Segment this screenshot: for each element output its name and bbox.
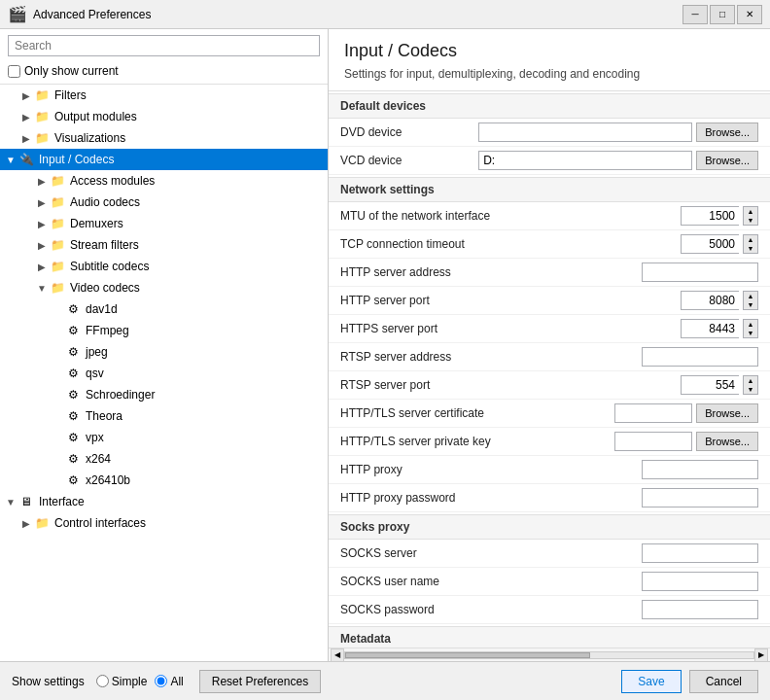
expand-arrow: ▶ bbox=[35, 197, 49, 208]
http-tls-key-browse-button[interactable]: Browse... bbox=[696, 432, 758, 451]
tcp-spinbox-down[interactable]: ▼ bbox=[744, 244, 757, 253]
tree-item-vpx[interactable]: ⚙ vpx bbox=[0, 427, 328, 448]
tree-item-stream-filters[interactable]: ▶ 📁 Stream filters bbox=[0, 234, 328, 256]
radio-simple[interactable]: Simple bbox=[96, 675, 148, 688]
only-show-current-label[interactable]: Only show current bbox=[24, 64, 119, 78]
scroll-right-arrow[interactable]: ▶ bbox=[754, 648, 768, 662]
codec-icon: ⚙ bbox=[64, 451, 82, 467]
http-tls-cert-input[interactable] bbox=[614, 403, 692, 423]
vcd-browse-button[interactable]: Browse... bbox=[696, 151, 758, 170]
http-server-port-input[interactable] bbox=[681, 291, 739, 310]
rtsp-port-spinbox-up[interactable]: ▲ bbox=[744, 376, 757, 385]
http-proxy-pwd-control bbox=[642, 488, 758, 508]
vcd-device-input[interactable] bbox=[478, 151, 692, 170]
http-proxy-input[interactable] bbox=[642, 460, 758, 479]
tree-item-theora[interactable]: ⚙ Theora bbox=[0, 405, 328, 427]
setting-dvd-device: DVD device Browse... bbox=[329, 119, 770, 147]
http-port-spinbox-up[interactable]: ▲ bbox=[744, 292, 757, 300]
tree-item-input-codecs[interactable]: ▼ 🔌 Input / Codecs bbox=[0, 149, 328, 170]
rtsp-server-port-control: ▲ ▼ bbox=[681, 375, 758, 395]
all-radio-label[interactable]: All bbox=[170, 675, 183, 688]
http-tls-cert-browse-button[interactable]: Browse... bbox=[696, 403, 758, 423]
http-proxy-pwd-input[interactable] bbox=[642, 488, 758, 508]
tree-item-label: vpx bbox=[86, 431, 104, 444]
save-button[interactable]: Save bbox=[621, 670, 681, 693]
tree-item-visualizations[interactable]: ▶ 📁 Visualizations bbox=[0, 127, 328, 149]
http-server-addr-input[interactable] bbox=[642, 262, 758, 282]
folder-icon: 📁 bbox=[33, 88, 51, 103]
https-server-port-input[interactable] bbox=[681, 319, 739, 338]
http-tls-key-control: Browse... bbox=[614, 432, 758, 451]
tree-item-audio-codecs[interactable]: ▶ 📁 Audio codecs bbox=[0, 192, 328, 213]
codec-icon: ⚙ bbox=[64, 472, 82, 488]
https-port-spinbox-arrows: ▲ ▼ bbox=[743, 319, 758, 338]
dvd-browse-button[interactable]: Browse... bbox=[696, 122, 758, 142]
bottom-bar: Show settings Simple All Reset Preferenc… bbox=[0, 661, 770, 700]
https-port-spinbox-up[interactable]: ▲ bbox=[744, 320, 757, 329]
tree-item-jpeg[interactable]: ⚙ jpeg bbox=[0, 341, 328, 363]
tree-item-subtitle-codecs[interactable]: ▶ 📁 Subtitle codecs bbox=[0, 256, 328, 277]
rtsp-port-spinbox-down[interactable]: ▼ bbox=[744, 385, 757, 394]
tree-item-demuxers[interactable]: ▶ 📁 Demuxers bbox=[0, 213, 328, 234]
tcp-timeout-input[interactable] bbox=[681, 234, 739, 254]
http-port-spinbox-arrows: ▲ ▼ bbox=[743, 291, 758, 310]
maximize-button[interactable]: □ bbox=[710, 5, 735, 24]
setting-rtsp-server-addr: RTSP server address bbox=[329, 343, 770, 371]
only-show-current-checkbox[interactable] bbox=[8, 65, 20, 78]
http-tls-cert-label: HTTP/TLS server certificate bbox=[340, 406, 614, 420]
tree-item-ffmpeg[interactable]: ⚙ FFmpeg bbox=[0, 320, 328, 341]
setting-http-tls-cert: HTTP/TLS server certificate Browse... bbox=[329, 400, 770, 428]
tree-item-x264[interactable]: ⚙ x264 bbox=[0, 448, 328, 470]
tree-item-access-modules[interactable]: ▶ 📁 Access modules bbox=[0, 170, 328, 192]
tree-item-dav1d[interactable]: ⚙ dav1d bbox=[0, 298, 328, 320]
mtu-spinbox-up[interactable]: ▲ bbox=[744, 207, 757, 216]
socks-server-input[interactable] bbox=[642, 543, 758, 563]
radio-all[interactable]: All bbox=[155, 675, 183, 688]
minimize-button[interactable]: ─ bbox=[682, 5, 708, 24]
expand-arrow: ▶ bbox=[35, 240, 49, 251]
tcp-spinbox-up[interactable]: ▲ bbox=[744, 235, 757, 244]
tree-item-label: Interface bbox=[39, 495, 85, 508]
mtu-input[interactable] bbox=[681, 206, 739, 226]
tree-item-control-interfaces[interactable]: ▶ 📁 Control interfaces bbox=[0, 512, 328, 534]
tree-item-filters[interactable]: ▶ 📁 Filters bbox=[0, 85, 328, 106]
codec-icon: ⚙ bbox=[64, 366, 82, 381]
reset-preferences-button[interactable]: Reset Preferences bbox=[199, 670, 321, 693]
tree-item-qsv[interactable]: ⚙ qsv bbox=[0, 363, 328, 384]
folder-icon: 📁 bbox=[49, 194, 66, 210]
tree-item-label: Video codecs bbox=[70, 281, 140, 295]
dvd-device-input[interactable] bbox=[478, 122, 692, 142]
tree-item-output-modules[interactable]: ▶ 📁 Output modules bbox=[0, 106, 328, 127]
window-controls: ─ □ ✕ bbox=[682, 5, 762, 24]
mtu-spinbox-down[interactable]: ▼ bbox=[744, 216, 757, 225]
left-panel: Only show current ▶ 📁 Filters ▶ 📁 Output… bbox=[0, 29, 329, 661]
setting-mtu: MTU of the network interface ▲ ▼ bbox=[329, 202, 770, 230]
simple-radio-label[interactable]: Simple bbox=[112, 675, 148, 688]
rtsp-server-addr-input[interactable] bbox=[642, 347, 758, 367]
socks-username-input[interactable] bbox=[642, 572, 758, 591]
simple-radio-input[interactable] bbox=[96, 675, 109, 687]
h-scroll-thumb[interactable] bbox=[345, 652, 590, 658]
http-tls-key-input[interactable] bbox=[614, 432, 692, 451]
folder-icon: 📁 bbox=[49, 280, 66, 296]
show-settings-label: Show settings bbox=[12, 675, 85, 688]
rtsp-server-port-input[interactable] bbox=[681, 375, 739, 395]
https-port-spinbox-down[interactable]: ▼ bbox=[744, 329, 757, 337]
expand-arrow: ▶ bbox=[35, 262, 49, 272]
all-radio-input[interactable] bbox=[155, 675, 167, 687]
h-scroll-track bbox=[344, 651, 754, 659]
tree-item-label: Control interfaces bbox=[54, 516, 146, 530]
socks-password-input[interactable] bbox=[642, 600, 758, 619]
scroll-left-arrow[interactable]: ◀ bbox=[331, 648, 344, 662]
vcd-device-label: VCD device bbox=[340, 154, 478, 167]
search-input[interactable] bbox=[8, 35, 320, 56]
setting-http-server-addr: HTTP server address bbox=[329, 259, 770, 287]
http-port-spinbox-down[interactable]: ▼ bbox=[744, 300, 757, 309]
close-button[interactable]: ✕ bbox=[737, 5, 762, 24]
tree-item-x26410b[interactable]: ⚙ x26410b bbox=[0, 470, 328, 491]
tree-item-schroedinger[interactable]: ⚙ Schroedinger bbox=[0, 384, 328, 405]
panel-subtitle: Settings for input, demultiplexing, deco… bbox=[329, 67, 770, 91]
cancel-button[interactable]: Cancel bbox=[689, 670, 758, 693]
tree-item-video-codecs[interactable]: ▼ 📁 Video codecs bbox=[0, 277, 328, 298]
tree-item-interface[interactable]: ▼ 🖥 Interface bbox=[0, 491, 328, 512]
